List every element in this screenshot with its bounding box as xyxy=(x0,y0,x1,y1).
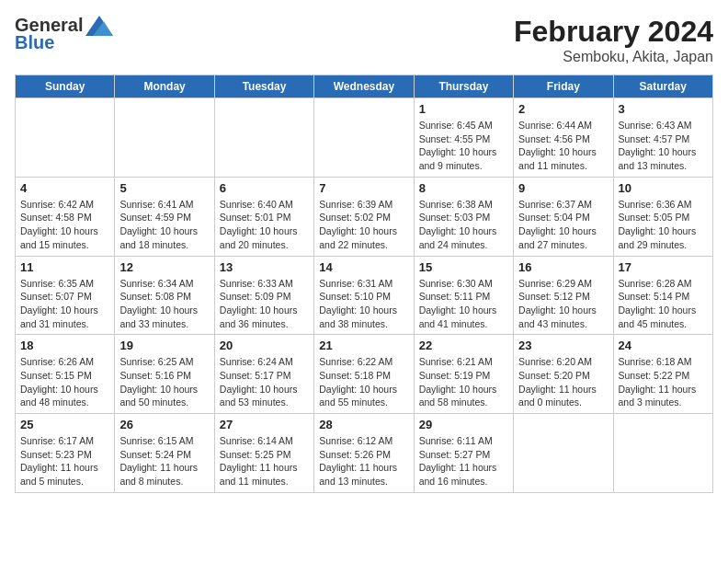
calendar-cell: 10Sunrise: 6:36 AMSunset: 5:05 PMDayligh… xyxy=(613,177,712,256)
day-number: 23 xyxy=(518,339,608,352)
day-number: 29 xyxy=(419,418,508,431)
day-number: 4 xyxy=(20,181,109,195)
day-info: Sunrise: 6:24 AMSunset: 5:17 PMDaylight:… xyxy=(220,355,309,409)
day-info: Sunrise: 6:30 AMSunset: 5:11 PMDaylight:… xyxy=(419,277,508,331)
weekday-header: Tuesday xyxy=(214,75,313,98)
day-number: 16 xyxy=(518,260,608,274)
calendar-cell: 6Sunrise: 6:40 AMSunset: 5:01 PMDaylight… xyxy=(214,177,313,256)
logo: General Blue xyxy=(15,15,113,53)
calendar-cell: 24Sunrise: 6:18 AMSunset: 5:22 PMDayligh… xyxy=(613,335,712,414)
day-info: Sunrise: 6:37 AMSunset: 5:04 PMDaylight:… xyxy=(518,198,608,252)
day-number: 18 xyxy=(20,339,109,352)
day-info: Sunrise: 6:11 AMSunset: 5:27 PMDaylight:… xyxy=(419,434,508,488)
day-number: 10 xyxy=(619,181,708,195)
calendar-cell: 9Sunrise: 6:37 AMSunset: 5:04 PMDaylight… xyxy=(514,177,613,256)
day-number: 25 xyxy=(20,418,109,431)
calendar-cell: 14Sunrise: 6:31 AMSunset: 5:10 PMDayligh… xyxy=(314,256,414,335)
day-info: Sunrise: 6:22 AMSunset: 5:18 PMDaylight:… xyxy=(319,355,408,409)
weekday-header: Friday xyxy=(514,75,613,98)
calendar-week-row: 18Sunrise: 6:26 AMSunset: 5:15 PMDayligh… xyxy=(16,335,713,414)
day-info: Sunrise: 6:44 AMSunset: 4:56 PMDaylight:… xyxy=(518,119,608,173)
calendar-week-row: 11Sunrise: 6:35 AMSunset: 5:07 PMDayligh… xyxy=(16,256,713,335)
calendar-cell: 21Sunrise: 6:22 AMSunset: 5:18 PMDayligh… xyxy=(314,335,414,414)
day-info: Sunrise: 6:12 AMSunset: 5:26 PMDaylight:… xyxy=(319,434,408,488)
day-info: Sunrise: 6:35 AMSunset: 5:07 PMDaylight:… xyxy=(20,277,109,331)
day-info: Sunrise: 6:39 AMSunset: 5:02 PMDaylight:… xyxy=(319,198,408,252)
weekday-header: Wednesday xyxy=(314,75,414,98)
logo-blue-text: Blue xyxy=(15,32,54,53)
day-info: Sunrise: 6:20 AMSunset: 5:20 PMDaylight:… xyxy=(518,355,608,409)
day-info: Sunrise: 6:28 AMSunset: 5:14 PMDaylight:… xyxy=(619,277,708,331)
day-number: 19 xyxy=(119,339,209,352)
day-number: 26 xyxy=(119,418,209,431)
calendar-cell: 17Sunrise: 6:28 AMSunset: 5:14 PMDayligh… xyxy=(613,256,712,335)
day-info: Sunrise: 6:14 AMSunset: 5:25 PMDaylight:… xyxy=(220,434,309,488)
day-info: Sunrise: 6:29 AMSunset: 5:12 PMDaylight:… xyxy=(518,277,608,331)
day-number: 13 xyxy=(220,260,309,274)
calendar-cell: 25Sunrise: 6:17 AMSunset: 5:23 PMDayligh… xyxy=(16,414,115,493)
day-info: Sunrise: 6:34 AMSunset: 5:08 PMDaylight:… xyxy=(119,277,209,331)
day-number: 3 xyxy=(619,102,708,116)
calendar-cell: 7Sunrise: 6:39 AMSunset: 5:02 PMDaylight… xyxy=(314,177,414,256)
day-info: Sunrise: 6:31 AMSunset: 5:10 PMDaylight:… xyxy=(319,277,408,331)
calendar-cell: 5Sunrise: 6:41 AMSunset: 4:59 PMDaylight… xyxy=(115,177,214,256)
weekday-header: Sunday xyxy=(16,75,115,98)
calendar-cell: 15Sunrise: 6:30 AMSunset: 5:11 PMDayligh… xyxy=(414,256,513,335)
day-number: 15 xyxy=(419,260,508,274)
calendar-cell: 26Sunrise: 6:15 AMSunset: 5:24 PMDayligh… xyxy=(115,414,214,493)
calendar-cell: 20Sunrise: 6:24 AMSunset: 5:17 PMDayligh… xyxy=(214,335,313,414)
calendar-cell: 4Sunrise: 6:42 AMSunset: 4:58 PMDaylight… xyxy=(16,177,115,256)
day-number: 28 xyxy=(319,418,408,431)
day-info: Sunrise: 6:18 AMSunset: 5:22 PMDaylight:… xyxy=(619,355,708,409)
day-number: 12 xyxy=(119,260,209,274)
day-number: 2 xyxy=(518,102,608,116)
calendar-cell: 12Sunrise: 6:34 AMSunset: 5:08 PMDayligh… xyxy=(115,256,214,335)
day-number: 14 xyxy=(319,260,408,274)
calendar-cell xyxy=(514,414,613,493)
calendar-cell xyxy=(16,98,115,178)
calendar-cell: 8Sunrise: 6:38 AMSunset: 5:03 PMDaylight… xyxy=(414,177,513,256)
weekday-header: Thursday xyxy=(414,75,513,98)
calendar-cell: 1Sunrise: 6:45 AMSunset: 4:55 PMDaylight… xyxy=(414,98,513,178)
day-info: Sunrise: 6:36 AMSunset: 5:05 PMDaylight:… xyxy=(619,198,708,252)
calendar-cell: 28Sunrise: 6:12 AMSunset: 5:26 PMDayligh… xyxy=(314,414,414,493)
day-number: 27 xyxy=(220,418,309,431)
calendar-cell: 11Sunrise: 6:35 AMSunset: 5:07 PMDayligh… xyxy=(16,256,115,335)
calendar-cell xyxy=(613,414,712,493)
calendar-cell: 23Sunrise: 6:20 AMSunset: 5:20 PMDayligh… xyxy=(514,335,613,414)
page-subtitle: Semboku, Akita, Japan xyxy=(514,49,713,65)
weekday-header: Monday xyxy=(115,75,214,98)
weekday-header: Saturday xyxy=(613,75,712,98)
calendar-week-row: 25Sunrise: 6:17 AMSunset: 5:23 PMDayligh… xyxy=(16,414,713,493)
day-info: Sunrise: 6:38 AMSunset: 5:03 PMDaylight:… xyxy=(419,198,508,252)
day-number: 17 xyxy=(619,260,708,274)
day-number: 7 xyxy=(319,181,408,195)
day-number: 9 xyxy=(518,181,608,195)
calendar-cell xyxy=(214,98,313,178)
calendar-cell: 13Sunrise: 6:33 AMSunset: 5:09 PMDayligh… xyxy=(214,256,313,335)
calendar-cell: 18Sunrise: 6:26 AMSunset: 5:15 PMDayligh… xyxy=(16,335,115,414)
day-info: Sunrise: 6:42 AMSunset: 4:58 PMDaylight:… xyxy=(20,198,109,252)
day-number: 6 xyxy=(220,181,309,195)
calendar-cell: 29Sunrise: 6:11 AMSunset: 5:27 PMDayligh… xyxy=(414,414,513,493)
day-info: Sunrise: 6:21 AMSunset: 5:19 PMDaylight:… xyxy=(419,355,508,409)
header: General Blue February 2024 Semboku, Akit… xyxy=(15,15,713,65)
day-info: Sunrise: 6:45 AMSunset: 4:55 PMDaylight:… xyxy=(419,119,508,173)
day-number: 20 xyxy=(220,339,309,352)
calendar-cell xyxy=(115,98,214,178)
day-info: Sunrise: 6:43 AMSunset: 4:57 PMDaylight:… xyxy=(619,119,708,173)
calendar-cell: 3Sunrise: 6:43 AMSunset: 4:57 PMDaylight… xyxy=(613,98,712,178)
calendar-cell: 22Sunrise: 6:21 AMSunset: 5:19 PMDayligh… xyxy=(414,335,513,414)
calendar-week-row: 1Sunrise: 6:45 AMSunset: 4:55 PMDaylight… xyxy=(16,98,713,178)
day-number: 11 xyxy=(20,260,109,274)
day-info: Sunrise: 6:26 AMSunset: 5:15 PMDaylight:… xyxy=(20,355,109,409)
day-info: Sunrise: 6:17 AMSunset: 5:23 PMDaylight:… xyxy=(20,434,109,488)
page-title: February 2024 xyxy=(514,15,713,49)
calendar-cell: 19Sunrise: 6:25 AMSunset: 5:16 PMDayligh… xyxy=(115,335,214,414)
day-number: 22 xyxy=(419,339,508,352)
calendar-cell: 16Sunrise: 6:29 AMSunset: 5:12 PMDayligh… xyxy=(514,256,613,335)
day-info: Sunrise: 6:33 AMSunset: 5:09 PMDaylight:… xyxy=(220,277,309,331)
title-area: February 2024 Semboku, Akita, Japan xyxy=(514,15,713,65)
day-number: 1 xyxy=(419,102,508,116)
calendar-cell xyxy=(314,98,414,178)
